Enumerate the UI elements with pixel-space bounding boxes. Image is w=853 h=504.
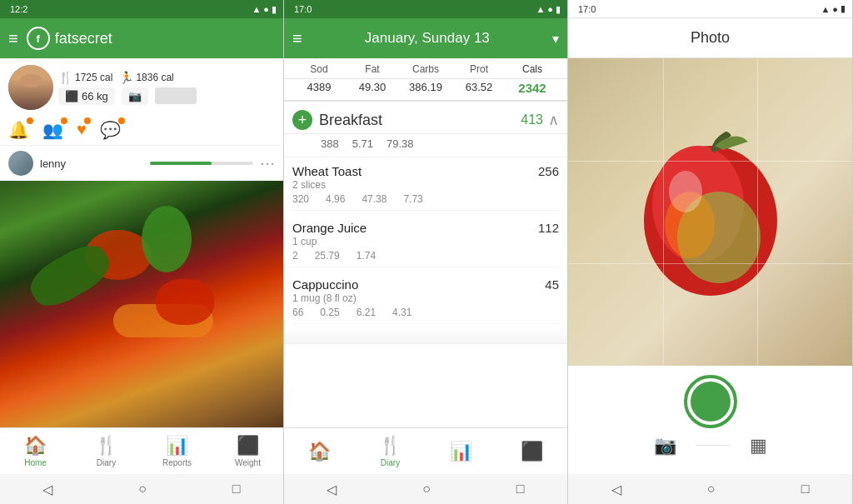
breakfast-chevron-icon[interactable]: ∧: [548, 111, 559, 129]
home-button-photo[interactable]: ○: [707, 482, 716, 497]
bell-icon[interactable]: 🔔: [8, 120, 29, 140]
weight-value: 66 kg: [82, 90, 108, 102]
logo-home: f fatsecret: [27, 27, 112, 50]
recents-button[interactable]: □: [232, 482, 241, 497]
diary-nav-home[interactable]: 🏠: [284, 428, 355, 474]
wt-macro-3: 7.73: [403, 193, 422, 205]
diary-content: Sod Fat Carbs Prot Cals 4389 49.30 386.1…: [284, 58, 567, 427]
status-icons-home: ▲ ● ▮: [252, 4, 277, 15]
stats-bottom: ⬛ 66 kg 📷: [58, 87, 275, 105]
barcode-icon[interactable]: ▦: [750, 435, 767, 457]
home-bottom-nav: 🏠 Home 🍴 Diary 📊 Reports ⬛ Weight: [0, 427, 283, 474]
camera-box[interactable]: 📷: [122, 87, 148, 105]
signal-icon-3: ▲: [821, 4, 830, 14]
photo-title: Photo: [691, 29, 730, 47]
diary-bottom-nav: 🏠 🍴 Diary 📊 ⬛: [284, 427, 567, 474]
chat-icon[interactable]: 💬: [100, 120, 121, 140]
nav-home[interactable]: 🏠 Home: [0, 428, 71, 474]
wt-macro-2: 47.38: [362, 193, 387, 205]
diary-nav-weight[interactable]: ⬛: [496, 428, 567, 474]
nav-weight[interactable]: ⬛ Weight: [212, 428, 283, 474]
photo-icons-row: 📷 ▦: [654, 435, 767, 457]
back-button-diary[interactable]: ◁: [327, 482, 337, 497]
diary-nav-label: Diary: [381, 458, 400, 467]
breakfast-macro-sod: 388: [321, 137, 339, 150]
burned-cal-value: 1836 cal: [136, 72, 173, 83]
col-prot: Prot: [452, 63, 506, 75]
home-icon-diary: 🏠: [308, 441, 331, 462]
photo-viewfinder: [568, 58, 852, 366]
top-bar-home: ≡ f fatsecret: [0, 18, 283, 58]
friends-badge: [61, 117, 67, 124]
nav-reports[interactable]: 📊 Reports: [142, 428, 212, 474]
wheat-toast-header: Wheat Toast 256: [292, 164, 559, 178]
capp-name: Cappuccino: [292, 277, 358, 292]
camera-preview: [155, 87, 197, 104]
col-sod: Sod: [292, 63, 346, 75]
food-item-orange-juice[interactable]: Orange Juice 112 1 cup 2 25.79 1.74: [284, 214, 567, 271]
nav-diary[interactable]: 🍴 Diary: [71, 428, 142, 474]
signal-icon-2: ▲: [536, 4, 545, 14]
val-carbs: 386.19: [399, 81, 452, 95]
food-element-4: [142, 206, 192, 272]
avatar-face: [8, 65, 53, 110]
shutter-button[interactable]: [684, 375, 737, 428]
signal-icon: ▲: [252, 4, 261, 14]
col-cals: Cals: [506, 63, 559, 75]
capp-macro-0: 66: [292, 307, 303, 318]
bell-badge: [27, 117, 33, 124]
burned-calories[interactable]: 🏃 1836 cal: [119, 71, 173, 84]
food-image: [0, 181, 283, 427]
hamburger-icon[interactable]: ≡: [8, 29, 18, 48]
diary-nav-reports[interactable]: 📊: [426, 428, 496, 474]
diary-nav-diary[interactable]: 🍴 Diary: [355, 428, 426, 474]
diary-icon: 🍴: [95, 435, 117, 457]
heart-icon[interactable]: ♥: [77, 120, 87, 140]
weight-box[interactable]: ⬛ 66 kg: [58, 87, 115, 105]
food-item-wheat-toast[interactable]: Wheat Toast 256 2 slices 320 4.96 47.38 …: [284, 157, 567, 214]
diary-column-values: 4389 49.30 386.19 63.52 2342: [284, 79, 567, 102]
col-fat: Fat: [346, 63, 399, 75]
status-time-photo: 17:0: [578, 4, 596, 14]
battery-icon: ▮: [272, 4, 277, 15]
back-button-photo[interactable]: ◁: [611, 482, 621, 497]
oj-macro-0: 2: [292, 250, 298, 262]
fork-icon: 🍴: [58, 71, 72, 84]
dropdown-arrow-icon[interactable]: ▾: [552, 31, 559, 47]
food-item-cappuccino[interactable]: Cappuccino 45 1 mug (8 fl oz) 66 0.25 6.…: [284, 271, 567, 327]
reports-icon: 📊: [166, 435, 188, 457]
wheat-toast-macros: 320 4.96 47.38 7.73: [292, 193, 559, 211]
breakfast-name: Breakfast: [319, 112, 521, 129]
phone-home: 12:2 ▲ ● ▮ ≡ f fatsecret 🍴: [0, 0, 284, 504]
apple-wrapper: [568, 58, 852, 366]
home-button-diary[interactable]: ○: [422, 482, 431, 497]
scale-icon: ⬛: [65, 90, 78, 102]
phone-diary: 17:0 ▲ ● ▮ ≡ January, Sunday 13 ▾ Sod Fa…: [284, 0, 568, 504]
divider-1: [696, 445, 730, 446]
wheat-toast-name: Wheat Toast: [292, 164, 362, 178]
home-button[interactable]: ○: [138, 482, 147, 497]
camera-switch-icon[interactable]: 📷: [654, 435, 676, 457]
val-sod: 4389: [292, 81, 346, 95]
heart-badge: [84, 117, 91, 124]
hamburger-icon-diary[interactable]: ≡: [292, 29, 302, 48]
food-element-5: [156, 279, 214, 325]
val-fat: 49.30: [346, 81, 399, 95]
user-avatar-large[interactable]: [8, 65, 53, 110]
diary-column-headers: Sod Fat Carbs Prot Cals: [284, 58, 567, 79]
capp-cals: 45: [545, 277, 559, 292]
oj-macros: 2 25.79 1.74: [292, 250, 559, 267]
add-breakfast-button[interactable]: +: [292, 110, 312, 130]
friends-icon[interactable]: 👥: [42, 120, 63, 140]
add-calories[interactable]: 🍴 1725 cal: [58, 71, 112, 84]
logo-circle: f: [27, 27, 50, 50]
recents-button-diary[interactable]: □: [516, 482, 525, 497]
scroll-fade: [284, 327, 567, 344]
logo-text: fatsecret: [55, 30, 112, 47]
more-options-icon[interactable]: ⋯: [260, 154, 275, 172]
weight-icon-diary: ⬛: [521, 441, 543, 462]
back-button[interactable]: ◁: [42, 482, 52, 497]
recents-button-photo[interactable]: □: [801, 482, 810, 497]
user-row: lenny ⋯: [0, 145, 283, 181]
val-prot: 63.52: [452, 81, 506, 95]
